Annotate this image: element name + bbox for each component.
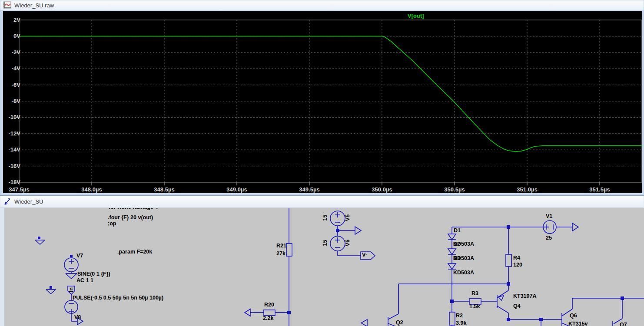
schematic-window: Wieder_SU: [0, 195, 644, 326]
voltage-source-V8[interactable]: [65, 300, 83, 325]
x-axis-tick-label: 351.0µs: [513, 186, 541, 193]
voltage-source-V5[interactable]: [330, 211, 345, 226]
x-axis-tick-label: 348.5µs: [150, 186, 178, 193]
x-axis-tick-label: 349.0µs: [223, 186, 251, 193]
output-port-arrow[interactable]: [336, 226, 361, 236]
schematic-canvas[interactable]: for Hono namage 4 .four {F} 20 v(out) ;o…: [4, 208, 644, 326]
waveform-plot-svg[interactable]: [3, 11, 642, 193]
resistor-R2[interactable]: [449, 312, 455, 326]
label-v6-value: 15: [322, 239, 328, 247]
label-r4-name: R4: [513, 255, 520, 261]
label-q2-name: Q2: [396, 320, 403, 326]
directive-op: ;op: [108, 221, 116, 227]
waveform-window-titlebar[interactable]: Wieder_SU.raw: [0, 0, 644, 10]
y-axis-tick-label: 0V: [3, 33, 20, 39]
resistor-R21[interactable]: [286, 208, 292, 326]
schematic-window-title: Wieder_SU: [14, 198, 43, 205]
y-axis-tick-label: -4V: [3, 65, 20, 72]
y-axis-tick-label: -10V: [3, 114, 20, 120]
waveform-file-icon: [3, 1, 12, 9]
label-q6-name: Q6: [570, 313, 577, 319]
label-r20-value: 2.2k: [263, 316, 273, 321]
label-v1-name: V1: [546, 214, 552, 219]
label-q4-type: KT3107A: [513, 293, 537, 299]
y-axis-tick-label: -6V: [3, 82, 20, 88]
label-flag-in: In: [69, 286, 74, 294]
trace-V(out)[interactable]: [19, 36, 642, 151]
label-r3-name: R3: [471, 291, 478, 296]
label-q6-type: KT315v: [568, 321, 588, 326]
label-v7-value: SINE(0 1 {F}): [77, 271, 110, 277]
x-axis-tick-label: 347.5µs: [5, 186, 33, 193]
label-q7-name: Q7: [620, 322, 627, 326]
y-axis-tick-label: -18V: [3, 179, 20, 185]
x-axis-tick-label: 348.0µs: [78, 186, 106, 193]
label-v7-ac: AC 1 1: [76, 278, 93, 283]
x-axis-tick-label: 349.5µs: [295, 186, 323, 193]
waveform-plot-area[interactable]: V[out] 2V0V-2V-4V-6V-8V-10V-12V-14V-16V-…: [3, 11, 642, 193]
schematic-file-icon: [3, 198, 12, 206]
waveform-window: Wieder_SU.raw V[out] 2V0V-2V-4V-6V-8V-10…: [0, 0, 644, 195]
label-d2-name-overlap: D2: [453, 241, 460, 247]
label-v5-value: 15: [322, 214, 328, 222]
y-axis-tick-label: -8V: [3, 98, 20, 104]
ground-symbol-1[interactable]: [35, 237, 45, 244]
y-axis-tick-label: 2V: [3, 16, 20, 23]
directive-four: .four {F} 20 v(out): [108, 215, 153, 221]
wire-lower-rail[interactable]: [507, 318, 562, 326]
ground-symbol-2[interactable]: [46, 286, 56, 294]
waveform-window-title: Wieder_SU.raw: [14, 2, 54, 9]
label-r2-value: 3.9k: [456, 320, 466, 326]
transistor-Q4[interactable]: [497, 284, 508, 319]
label-q4-name: Q4: [513, 303, 521, 309]
label-flag-vminus: V-: [362, 252, 367, 258]
label-v1-value: 25: [546, 235, 552, 241]
label-v5-name: V5: [345, 214, 351, 222]
label-r21-value: 27k: [276, 251, 285, 257]
resistor-R4[interactable]: [506, 227, 511, 286]
label-r21-name: R21: [276, 243, 286, 249]
x-axis-tick-label: 351.5µs: [586, 186, 614, 193]
x-axis-tick-label: 350.0µs: [368, 186, 396, 193]
y-axis-tick-label: -12V: [3, 130, 20, 137]
voltage-source-V1[interactable]: [452, 221, 578, 234]
directive-clipped: for Hono namage 4: [109, 208, 158, 210]
schematic-graphics: [4, 208, 644, 326]
label-v8-name: V8: [74, 315, 81, 320]
label-d1-name: D1: [454, 228, 461, 234]
schematic-window-titlebar[interactable]: Wieder_SU: [0, 196, 644, 207]
label-r4-value: 120: [513, 262, 522, 268]
label-v8-value: PULSE(-0.5 0.5 50µ 5n 5n 50µ 100µ): [73, 295, 163, 301]
label-r2-name: R2: [456, 313, 463, 319]
diode-D3[interactable]: [448, 254, 456, 312]
port-arrow-left[interactable]: [361, 319, 367, 326]
label-d3-name-overlap: D3: [453, 256, 460, 261]
label-r3-value: 1.5k: [469, 304, 480, 310]
y-axis-tick-label: -14V: [3, 146, 20, 153]
directive-param: .param F=20k: [117, 249, 152, 255]
label-d3-value: KD503A: [453, 270, 474, 276]
label-v7-name: V7: [76, 253, 83, 259]
x-axis-tick-label: 350.5µs: [441, 186, 468, 193]
label-v6-name: V6: [345, 239, 351, 247]
label-r20-name: R20: [264, 302, 274, 308]
trace-legend-vout[interactable]: V[out]: [408, 13, 424, 19]
y-axis-tick-label: -16V: [3, 163, 20, 169]
y-axis-tick-label: -2V: [3, 49, 20, 56]
